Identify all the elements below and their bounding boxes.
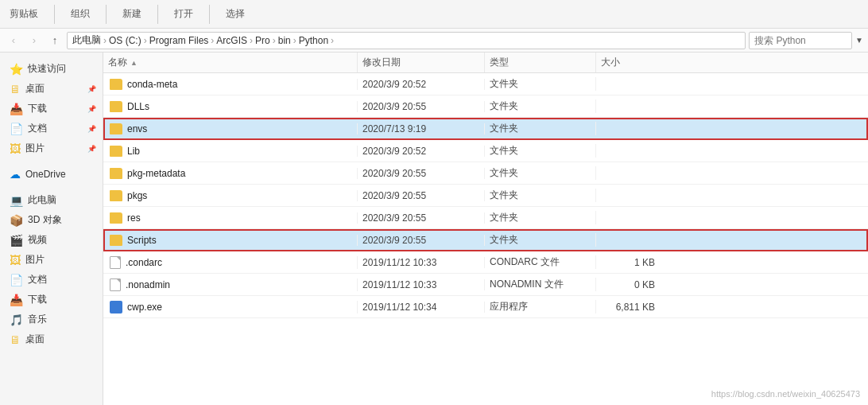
column-header-name[interactable]: 名称 ▲ bbox=[103, 53, 358, 72]
sidebar-label-downloads: 下载 bbox=[28, 102, 47, 115]
sidebar-label-desktop: 桌面 bbox=[25, 82, 45, 95]
file-date: 2020/3/9 20:52 bbox=[362, 146, 426, 157]
breadcrumb-item-arcgis[interactable]: ArcGIS bbox=[216, 35, 247, 46]
column-header-type[interactable]: 类型 bbox=[485, 53, 596, 72]
breadcrumb-item-thispc[interactable]: 此电脑 bbox=[72, 33, 101, 47]
toolbar-sep-3 bbox=[157, 5, 158, 24]
sidebar-label-quick-access: 快速访问 bbox=[28, 62, 66, 76]
file-list-container[interactable]: 名称 ▲ 修改日期 类型 大小 conda-meta 2020/3/9 20:5… bbox=[103, 53, 868, 405]
sidebar-item-videos[interactable]: 🎬 视频 bbox=[0, 230, 103, 250]
sidebar-item-pictures2[interactable]: 🖼 图片 bbox=[0, 250, 103, 270]
sidebar-item-thispc[interactable]: 💻 此电脑 bbox=[0, 190, 103, 210]
file-date: 2020/3/9 20:55 bbox=[362, 101, 426, 112]
table-row[interactable]: .nonadmin 2019/11/12 10:33 NONADMIN 文件 0… bbox=[103, 274, 868, 296]
file-date-cell: 2020/3/9 20:55 bbox=[358, 212, 485, 224]
sidebar-item-downloads2[interactable]: 📥 下载 bbox=[0, 290, 103, 310]
documents-icon: 📄 bbox=[10, 123, 23, 135]
file-type: NONADMIN 文件 bbox=[490, 278, 564, 290]
file-date-cell: 2020/3/9 20:55 bbox=[358, 101, 485, 112]
sidebar-item-pictures[interactable]: 🖼 图片 📌 bbox=[0, 138, 103, 158]
file-type: 文件夹 bbox=[490, 78, 518, 89]
file-name: res bbox=[127, 212, 141, 224]
file-type: 文件夹 bbox=[490, 145, 518, 156]
table-row[interactable]: res 2020/3/9 20:55 文件夹 bbox=[103, 207, 868, 229]
file-type-cell: 文件夹 bbox=[485, 77, 596, 91]
breadcrumb-sep-7: › bbox=[331, 35, 334, 46]
file-date-cell: 2019/11/12 10:33 bbox=[358, 257, 485, 268]
file-size: 1 KB bbox=[634, 257, 655, 268]
sidebar-label-downloads2: 下载 bbox=[28, 293, 47, 306]
sidebar-item-documents[interactable]: 📄 文档 📌 bbox=[0, 119, 103, 138]
file-type-cell: 文件夹 bbox=[485, 99, 596, 113]
file-type: CONDARC 文件 bbox=[490, 256, 560, 267]
toolbar-open: 打开 bbox=[171, 7, 196, 21]
file-date-cell: 2019/11/12 10:33 bbox=[358, 279, 485, 290]
nav-back-button[interactable]: ‹ bbox=[5, 32, 22, 49]
breadcrumb-sep-2: › bbox=[144, 35, 147, 46]
sidebar-item-3dobjects[interactable]: 📦 3D 对象 bbox=[0, 210, 103, 230]
col-name-label: 名称 bbox=[108, 56, 127, 69]
column-header-date[interactable]: 修改日期 bbox=[358, 53, 485, 72]
sidebar-item-desktop[interactable]: 🖥 桌面 📌 bbox=[0, 79, 103, 99]
table-row[interactable]: DLLs 2020/3/9 20:55 文件夹 bbox=[103, 95, 868, 118]
open-label: 打开 bbox=[171, 7, 196, 21]
breadcrumb-sep-5: › bbox=[273, 35, 276, 46]
file-type: 文件夹 bbox=[490, 123, 518, 134]
sidebar-divider-2 bbox=[0, 184, 103, 190]
nav-up-button[interactable]: ↑ bbox=[46, 32, 64, 49]
toolbar-clipboard: 剪贴板 bbox=[6, 7, 41, 21]
sidebar-label-pictures2: 图片 bbox=[25, 253, 45, 267]
breadcrumb-sep-6: › bbox=[293, 35, 296, 46]
file-type: 文件夹 bbox=[490, 234, 518, 245]
file-date-cell: 2020/3/9 20:52 bbox=[358, 146, 485, 157]
table-row[interactable]: Scripts 2020/3/9 20:55 文件夹 bbox=[103, 229, 868, 251]
breadcrumb-item-python[interactable]: Python bbox=[299, 35, 328, 46]
file-type-cell: 应用程序 bbox=[485, 300, 596, 313]
sidebar-label-pictures: 图片 bbox=[25, 142, 45, 155]
sidebar-item-desktop2[interactable]: 🖥 桌面 bbox=[0, 329, 103, 349]
sidebar-item-onedrive[interactable]: ☁ OneDrive bbox=[0, 165, 103, 184]
breadcrumb-sep-3: › bbox=[211, 35, 214, 46]
table-row[interactable]: cwp.exe 2019/11/12 10:34 应用程序 6,811 KB bbox=[103, 296, 868, 318]
file-icon bbox=[110, 256, 121, 269]
dropdown-arrow-icon: ▼ bbox=[855, 36, 863, 45]
breadcrumb-item-programfiles[interactable]: Program Files bbox=[149, 35, 209, 46]
nav-forward-button[interactable]: › bbox=[25, 32, 43, 49]
file-date: 2020/3/9 20:52 bbox=[362, 79, 426, 90]
breadcrumb-item-bin[interactable]: bin bbox=[278, 35, 291, 46]
col-size-label: 大小 bbox=[601, 56, 620, 69]
file-date: 2020/3/9 20:55 bbox=[362, 235, 426, 246]
sidebar-item-music[interactable]: 🎵 音乐 bbox=[0, 310, 103, 329]
file-name-cell: pkg-metadata bbox=[103, 168, 358, 179]
file-date-cell: 2019/11/12 10:34 bbox=[358, 302, 485, 313]
breadcrumb-item-osc[interactable]: OS (C:) bbox=[109, 35, 141, 46]
file-date: 2020/3/9 20:55 bbox=[362, 168, 426, 179]
file-type: 应用程序 bbox=[490, 301, 528, 312]
col-date-label: 修改日期 bbox=[362, 56, 401, 69]
search-input[interactable] bbox=[749, 32, 852, 49]
file-size: 6,811 KB bbox=[616, 302, 655, 313]
column-header-size[interactable]: 大小 bbox=[596, 53, 660, 72]
breadcrumb[interactable]: 此电脑 › OS (C:) › Program Files › ArcGIS ›… bbox=[67, 32, 746, 49]
file-date: 2019/11/12 10:33 bbox=[362, 279, 436, 290]
file-date-cell: 2020/3/9 20:55 bbox=[358, 235, 485, 246]
breadcrumb-sep-4: › bbox=[250, 35, 253, 46]
table-row[interactable]: pkg-metadata 2020/3/9 20:55 文件夹 bbox=[103, 162, 868, 185]
sidebar-item-downloads[interactable]: 📥 下载 📌 bbox=[0, 99, 103, 119]
table-row[interactable]: conda-meta 2020/3/9 20:52 文件夹 bbox=[103, 73, 868, 95]
toolbar-sep-4 bbox=[209, 5, 210, 24]
sidebar-item-documents2[interactable]: 📄 文档 bbox=[0, 270, 103, 290]
folder-icon bbox=[110, 101, 122, 112]
file-date: 2020/7/13 9:19 bbox=[362, 123, 426, 134]
breadcrumb-item-pro[interactable]: Pro bbox=[255, 35, 270, 46]
sidebar-item-quick-access[interactable]: ⭐ 快速访问 bbox=[0, 59, 103, 79]
file-name-cell: Scripts bbox=[103, 235, 358, 246]
file-date-cell: 2020/3/9 20:55 bbox=[358, 190, 485, 201]
downloads-icon: 📥 bbox=[10, 103, 23, 115]
table-row[interactable]: pkgs 2020/3/9 20:55 文件夹 bbox=[103, 185, 868, 207]
table-row[interactable]: Lib 2020/3/9 20:52 文件夹 bbox=[103, 140, 868, 162]
toolbar-organize: 组织 bbox=[68, 7, 93, 21]
table-row[interactable]: .condarc 2019/11/12 10:33 CONDARC 文件 1 K… bbox=[103, 251, 868, 274]
table-row[interactable]: envs 2020/7/13 9:19 文件夹 bbox=[103, 118, 868, 140]
videos-icon: 🎬 bbox=[10, 234, 23, 247]
